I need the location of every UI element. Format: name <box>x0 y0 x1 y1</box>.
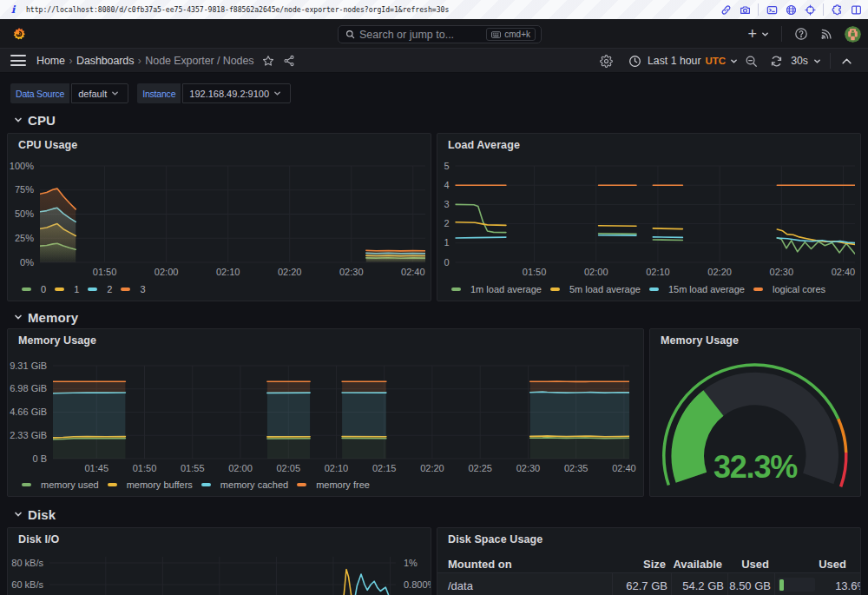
globe-icon[interactable] <box>786 4 797 16</box>
variable-instance-select[interactable]: 192.168.49.2:9100 <box>182 83 291 103</box>
panel-cpu-usage: CPU Usage 0%25%50%75%100%01:5002:0002:10… <box>7 133 431 301</box>
section-row-disk[interactable]: Disk <box>14 506 56 523</box>
time-range-picker[interactable]: Last 1 hour <box>648 55 701 67</box>
svg-text:02:35: 02:35 <box>564 463 589 473</box>
legend-item[interactable]: 1m load average <box>451 284 542 294</box>
legend-item[interactable]: 0 <box>22 284 46 294</box>
legend-label: memory free <box>316 479 370 490</box>
timezone-label[interactable]: UTC <box>706 56 727 66</box>
panel-load-average: Load Average 01234501:5002:0002:1002:200… <box>437 133 861 301</box>
svg-text:4.66 GiB: 4.66 GiB <box>10 407 47 417</box>
grafana-dashboard-screen: i http://localhost:8080/d/c0fb37a5-ee75-… <box>0 0 868 595</box>
svg-text:02:10: 02:10 <box>325 463 349 473</box>
refresh-interval-picker[interactable]: 30s <box>791 55 808 67</box>
browser-toolbar-icons <box>716 0 865 19</box>
breadcrumb-dashboards[interactable]: Dashboards <box>76 55 134 67</box>
legend-item[interactable]: 1 <box>55 284 79 294</box>
variable-datasource-select[interactable]: default <box>71 83 128 103</box>
svg-text:50%: 50% <box>15 208 34 219</box>
svg-text:02:20: 02:20 <box>420 463 444 473</box>
legend-item[interactable]: 5m load average <box>550 284 641 294</box>
legend-label: 1 <box>74 284 79 294</box>
nav-right-actions: + <box>744 19 861 49</box>
grafana-logo[interactable] <box>12 27 26 41</box>
menu-toggle-icon[interactable] <box>10 52 26 69</box>
avatar[interactable] <box>845 26 861 43</box>
toolbar-divider <box>758 3 759 16</box>
svg-text:75%: 75% <box>15 184 34 195</box>
toolbar-divider <box>830 53 831 69</box>
chevron-down-icon[interactable] <box>813 57 821 65</box>
terminal-icon[interactable] <box>766 4 778 16</box>
add-menu-button[interactable]: + <box>744 26 775 42</box>
keyboard-icon <box>491 31 501 38</box>
panel-disk-space-usage: Disk Space Usage Mounted onSizeAvailable… <box>437 527 861 595</box>
variable-instance: Instance 192.168.49.2:9100 <box>137 83 291 103</box>
search-input[interactable]: Search or jump to... cmd+k <box>338 25 542 43</box>
legend-label: memory buffers <box>127 479 193 490</box>
chevron-down-icon[interactable] <box>730 57 738 65</box>
split-view-icon[interactable] <box>851 4 862 16</box>
svg-text:6.98 GiB: 6.98 GiB <box>10 383 47 393</box>
svg-text:60 kB/s: 60 kB/s <box>11 579 43 590</box>
legend-item[interactable]: logical cores <box>753 284 825 294</box>
legend-swatch <box>88 288 97 291</box>
legend-item[interactable]: 15m load average <box>649 284 745 294</box>
legend-item[interactable]: 3 <box>121 284 145 294</box>
url-text[interactable]: http://localhost:8080/d/c0fb37a5-ee75-43… <box>26 5 449 14</box>
variable-instance-label: Instance <box>137 83 181 103</box>
variable-datasource-label: Data Source <box>10 83 69 103</box>
legend-item[interactable]: memory cached <box>201 479 288 490</box>
share-icon[interactable] <box>283 55 295 67</box>
svg-text:01:50: 01:50 <box>133 463 157 473</box>
star-icon[interactable] <box>262 55 274 67</box>
legend-item[interactable]: memory used <box>22 479 99 490</box>
svg-text:02:25: 02:25 <box>468 463 492 473</box>
nav-divider <box>781 26 782 42</box>
search-shortcut-label: cmd+k <box>504 30 530 39</box>
legend-item[interactable]: memory free <box>297 479 370 490</box>
legend-label: 3 <box>140 284 145 294</box>
legend-item[interactable]: 2 <box>88 284 112 294</box>
plus-icon: + <box>747 26 757 42</box>
svg-text:02:20: 02:20 <box>278 267 302 277</box>
avatar-image <box>845 26 861 43</box>
news-rss-icon[interactable] <box>819 27 833 41</box>
legend-label: 2 <box>107 284 112 294</box>
table-header-4[interactable]: Used <box>437 558 846 571</box>
svg-text:02:05: 02:05 <box>276 463 300 473</box>
legend-swatch <box>22 288 31 291</box>
zoom-out-icon[interactable] <box>745 55 758 68</box>
svg-text:2: 2 <box>444 218 449 228</box>
svg-text:2.33 GiB: 2.33 GiB <box>10 430 47 440</box>
svg-text:02:30: 02:30 <box>516 463 541 473</box>
section-row-cpu[interactable]: CPU <box>14 111 56 129</box>
svg-text:0.800%: 0.800% <box>404 579 431 590</box>
chevron-down-icon <box>111 89 119 97</box>
crosshair-icon[interactable] <box>805 4 816 16</box>
breadcrumb-current: Node Exporter / Nodes <box>145 55 253 67</box>
legend-label: memory cached <box>220 479 288 490</box>
svg-text:5: 5 <box>444 161 449 171</box>
breadcrumb-home[interactable]: Home <box>36 55 65 67</box>
section-row-memory[interactable]: Memory <box>14 308 78 326</box>
collapse-chevron-up-icon[interactable] <box>840 55 853 68</box>
legend-swatch <box>22 483 31 486</box>
page-info-icon[interactable]: i <box>0 0 26 19</box>
link-icon[interactable] <box>720 4 732 16</box>
dashboard-settings-icon[interactable] <box>600 55 613 68</box>
help-icon[interactable] <box>794 27 808 41</box>
table-cell-used-percent[interactable]: 13.6% <box>437 579 861 592</box>
legend-item[interactable]: memory buffers <box>108 479 193 490</box>
legend-swatch <box>297 483 306 486</box>
puzzle-icon[interactable] <box>832 4 843 16</box>
svg-text:25%: 25% <box>15 233 34 243</box>
refresh-icon[interactable] <box>770 55 783 68</box>
svg-text:02:10: 02:10 <box>216 267 240 277</box>
legend-label: 5m load average <box>569 284 641 294</box>
chevron-down-icon <box>761 30 769 38</box>
svg-text:01:55: 01:55 <box>181 463 205 473</box>
camera-icon[interactable] <box>740 4 751 16</box>
grafana-top-nav: Search or jump to... cmd+k + <box>0 19 868 49</box>
panel-memory-usage: Memory Usage 0 B2.33 GiB4.66 GiB6.98 GiB… <box>7 328 644 497</box>
